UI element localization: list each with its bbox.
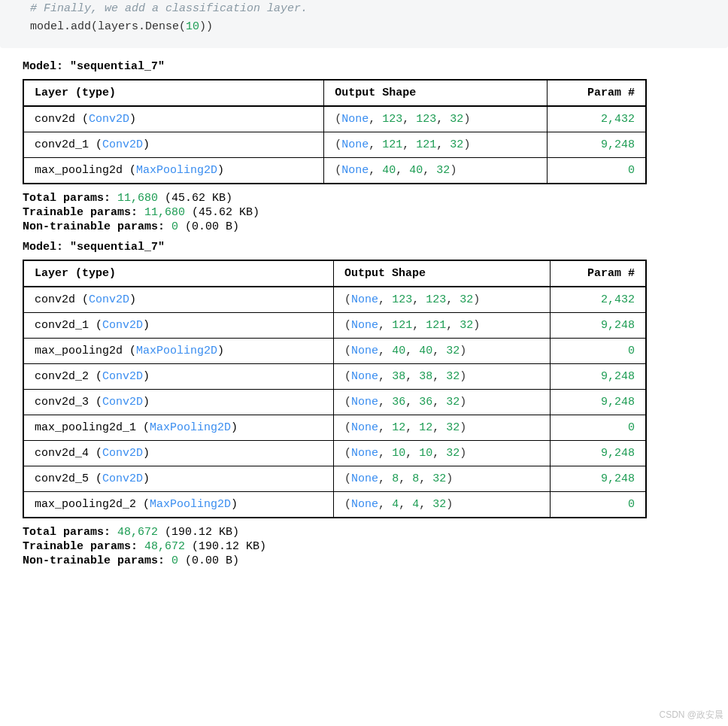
param-cell: 0 [551,492,646,518]
param-value: 0 [628,421,635,434]
param-cell: 0 [548,158,646,184]
table-row: conv2d_1 (Conv2D)(None, 121, 121, 32)9,2… [23,313,646,339]
model-title-prefix: Model: [23,60,70,73]
layer-name: max_pooling2d_1 [35,421,136,434]
shape-dim: 32 [460,293,473,306]
shape-dim: 32 [436,164,450,177]
code-block: # Finally, we add a classification layer… [0,0,728,48]
summary-size: (0.00 B) [178,554,239,567]
layer-name: max_pooling2d_2 [35,498,136,511]
param-value: 2,432 [601,293,635,306]
shape-dim: 40 [392,345,405,357]
summary-label: Trainable params: [23,206,144,219]
param-value: 0 [628,164,635,177]
param-value: 9,248 [601,447,635,460]
shape-dim: 12 [419,421,432,434]
table-header-row: Layer (type) Output Shape Param # [23,80,646,106]
shape-dim: 32 [460,319,473,332]
param-cell: 9,248 [551,364,646,390]
layer-cell: conv2d (Conv2D) [23,106,324,132]
param-cell: 9,248 [551,390,646,415]
layer-name: max_pooling2d [35,345,123,357]
param-cell: 0 [551,339,646,364]
param-value: 2,432 [601,113,635,126]
summary-value: 11,680 [117,192,158,205]
shape-cell: (None, 38, 38, 32) [334,364,551,390]
shape-none: None [351,447,378,460]
table-row: conv2d (Conv2D)(None, 123, 123, 32)2,432 [23,287,646,313]
table-row: conv2d_3 (Conv2D)(None, 36, 36, 32)9,248 [23,390,646,415]
layer-cell: conv2d (Conv2D) [23,287,334,313]
shape-dim: 40 [419,345,432,357]
layer-cell: conv2d_3 (Conv2D) [23,390,334,415]
shape-cell: (None, 121, 121, 32) [324,132,548,158]
total-params: Total params: 48,672 (190.12 KB) [23,526,705,539]
col-param: Param # [548,80,646,106]
layer-type: Conv2D [102,472,143,485]
shape-dim: 4 [392,498,399,511]
shape-cell: (None, 8, 8, 32) [334,466,551,492]
layer-type: Conv2D [102,396,143,409]
shape-none: None [351,421,378,434]
summary-size: (45.62 KB) [185,206,259,219]
output-content: Model: "sequential_7" Layer (type) Outpu… [0,48,728,576]
shape-none: None [351,472,378,485]
layer-type: MaxPooling2D [136,345,217,357]
param-cell: 2,432 [551,287,646,313]
col-layer: Layer (type) [23,80,324,106]
shape-none: None [351,319,378,332]
layer-type: MaxPooling2D [150,498,231,511]
layer-name: conv2d_5 [35,472,89,485]
shape-dim: 121 [392,319,412,332]
shape-cell: (None, 123, 123, 32) [334,287,551,313]
total-params: Total params: 11,680 (45.62 KB) [23,192,705,205]
layer-cell: conv2d_1 (Conv2D) [23,313,334,339]
shape-cell: (None, 4, 4, 32) [334,492,551,518]
shape-dim: 123 [392,293,412,306]
shape-dim: 32 [446,447,460,460]
layer-cell: max_pooling2d (MaxPooling2D) [23,158,324,184]
layer-type: Conv2D [89,293,129,306]
model-title-name: "sequential_7" [70,241,165,254]
layer-cell: max_pooling2d_1 (MaxPooling2D) [23,415,334,441]
summary-value: 48,672 [144,540,185,553]
table-row: conv2d_2 (Conv2D)(None, 38, 38, 32)9,248 [23,364,646,390]
table-row: conv2d_5 (Conv2D)(None, 8, 8, 32)9,248 [23,466,646,492]
trainable-params: Trainable params: 11,680 (45.62 KB) [23,206,705,219]
shape-dim: 121 [382,138,402,151]
shape-dim: 32 [446,396,460,409]
summary-value: 48,672 [117,526,158,539]
model-title: Model: "sequential_7" [23,60,705,73]
shape-dim: 36 [419,396,432,409]
col-layer: Layer (type) [23,260,334,287]
col-shape: Output Shape [334,260,551,287]
shape-dim: 36 [392,396,405,409]
layer-cell: max_pooling2d (MaxPooling2D) [23,339,334,364]
param-value: 9,248 [601,319,635,332]
layer-name: max_pooling2d [35,164,123,177]
layer-type: Conv2D [102,370,143,383]
param-value: 9,248 [601,396,635,409]
shape-dim: 4 [412,498,419,511]
table-row: conv2d_1 (Conv2D)(None, 121, 121, 32)9,2… [23,132,646,158]
param-cell: 0 [551,415,646,441]
nontrainable-params: Non-trainable params: 0 (0.00 B) [23,220,705,233]
col-param: Param # [551,260,646,287]
shape-dim: 32 [450,138,463,151]
code-text: model.add(layers.Dense( [30,20,186,33]
shape-dim: 40 [382,164,396,177]
shape-cell: (None, 10, 10, 32) [334,441,551,466]
summary-size: (45.62 KB) [158,192,232,205]
layer-name: conv2d_3 [35,396,89,409]
shape-dim: 10 [392,447,405,460]
model-summary-table-1: Layer (type) Output Shape Param # conv2d… [23,79,647,184]
shape-dim: 32 [446,370,460,383]
param-value: 9,248 [601,472,635,485]
table-row: max_pooling2d (MaxPooling2D)(None, 40, 4… [23,158,646,184]
param-cell: 9,248 [551,313,646,339]
shape-dim: 32 [432,472,446,485]
layer-name: conv2d [35,113,75,126]
shape-cell: (None, 40, 40, 32) [324,158,548,184]
shape-dim: 121 [416,138,436,151]
layer-type: MaxPooling2D [150,421,231,434]
